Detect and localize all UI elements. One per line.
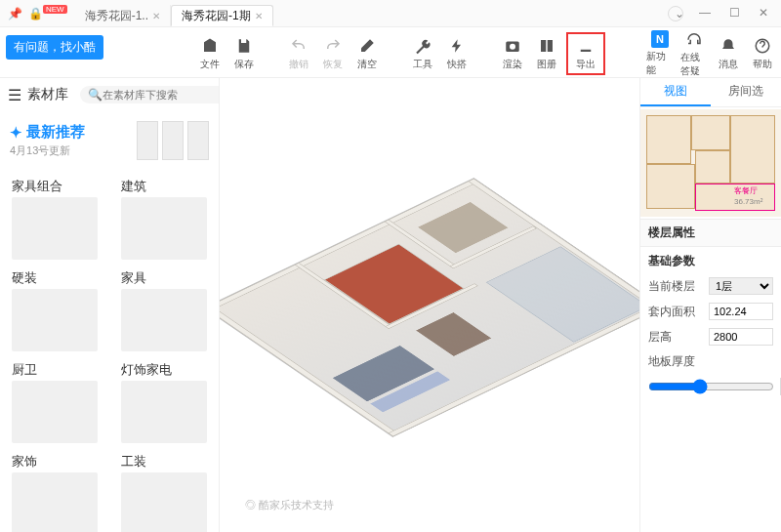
message-label: 消息 — [719, 58, 738, 71]
new-badge: NEW — [43, 5, 67, 14]
tab-room-select[interactable]: 房间选 — [711, 78, 781, 106]
close-button[interactable]: ✕ — [756, 6, 771, 21]
tab-label: 海秀花园-1.. — [85, 8, 148, 24]
category-deco[interactable]: 家饰 — [0, 445, 109, 532]
tab-inactive[interactable]: 海秀花园-1.. ✕ — [75, 5, 171, 26]
file-label: 文件 — [200, 58, 220, 71]
pin-icon[interactable]: 📌 — [8, 7, 22, 20]
book-icon — [537, 36, 556, 56]
lightning-icon — [447, 36, 467, 56]
category-thumb — [121, 472, 207, 532]
help-bubble[interactable]: 有问题，找小酷 — [6, 35, 103, 60]
category-thumb — [121, 381, 207, 443]
select-current-floor[interactable]: 1层 — [709, 277, 773, 295]
category-hex[interactable]: 硬装 — [0, 262, 109, 353]
label-area: 套内面积 — [648, 304, 703, 320]
clear-button[interactable]: 清空 — [353, 36, 382, 71]
export-label: 导出 — [576, 58, 596, 71]
album-button[interactable]: 图册 — [532, 36, 560, 71]
promo-banner[interactable]: ✦最新推荐 4月13号更新 — [0, 111, 219, 170]
export-button[interactable]: 导出 — [569, 36, 602, 71]
promo-subtitle: 4月13号更新 — [10, 143, 85, 158]
label-current-floor: 当前楼层 — [648, 278, 703, 295]
section-floor-props: 楼层属性 — [640, 219, 781, 247]
category-office[interactable]: 工装 — [109, 445, 219, 532]
quick-label: 快搭 — [447, 58, 467, 71]
minimap-room-area: 36.73m² — [734, 197, 762, 206]
bell-icon — [719, 36, 738, 56]
search-icon: 🔍 — [88, 88, 103, 102]
file-button[interactable]: 文件 — [195, 36, 224, 71]
sidebar-title: 素材库 — [27, 86, 68, 103]
wrench-icon — [413, 36, 432, 56]
new-badge-icon: N — [651, 30, 669, 48]
category-label: 家具组合 — [12, 178, 100, 195]
tools-button[interactable]: 工具 — [408, 36, 436, 71]
redo-label: 恢复 — [323, 58, 343, 71]
category-label: 硬装 — [12, 269, 100, 287]
properties-panel: 视图 房间选 客餐厅 36.73m² 楼层属性 基础参数 当前楼层 1层 套内面… — [639, 78, 781, 532]
category-label: 家具 — [121, 269, 209, 287]
album-label: 图册 — [537, 58, 556, 71]
close-icon[interactable]: ✕ — [255, 11, 263, 21]
message-button[interactable]: 消息 — [715, 36, 743, 71]
promo-thumbs — [137, 121, 209, 160]
category-label: 工装 — [121, 453, 209, 471]
label-height: 层高 — [648, 329, 703, 346]
sparkle-icon: ✦ — [10, 124, 22, 142]
undo-button[interactable]: 撤销 — [285, 36, 313, 71]
export-highlight: 导出 — [566, 32, 605, 75]
category-sofa[interactable]: 家具组合 — [0, 170, 109, 262]
save-button[interactable]: 保存 — [229, 36, 258, 71]
material-sidebar: ☰ 素材库 🔍 📷 ✦最新推荐 4月13号更新 家具组合建筑硬装家具厨卫灯饰家电… — [0, 78, 220, 532]
category-lamp[interactable]: 灯饰家电 — [109, 353, 219, 445]
slider-floor-thickness[interactable] — [648, 379, 774, 394]
tab-view[interactable]: 视图 — [640, 78, 711, 106]
maximize-button[interactable]: ☐ — [726, 6, 742, 21]
search-input[interactable] — [103, 89, 220, 101]
category-thumb — [121, 197, 207, 260]
main-toolbar: 文件 保存 撤销 恢复 清空 工具 快搭 渲染 图册 导出 — [0, 29, 781, 78]
search-box[interactable]: 🔍 — [80, 86, 220, 103]
whatsnew-button[interactable]: N 新功能 — [646, 30, 675, 77]
dropdown-icon[interactable]: ⌄ — [668, 6, 683, 21]
category-chair[interactable]: 家具 — [109, 262, 219, 353]
category-thumb — [121, 289, 207, 351]
redo-icon — [323, 36, 343, 56]
headset-icon — [684, 29, 704, 49]
help-label: 帮助 — [753, 58, 772, 71]
quickbuild-button[interactable]: 快搭 — [443, 36, 472, 71]
input-height[interactable] — [709, 328, 773, 346]
minimap[interactable]: 客餐厅 36.73m² — [640, 109, 781, 217]
menu-icon[interactable]: ☰ — [8, 86, 21, 104]
lock-icon[interactable]: 🔒NEW — [28, 7, 67, 20]
support-button[interactable]: 在线答疑 — [680, 29, 709, 78]
input-area[interactable] — [709, 303, 773, 320]
minimap-room-label: 客餐厅 — [734, 185, 758, 196]
undo-icon — [289, 36, 308, 56]
label-floor-thickness: 地板厚度 — [648, 353, 703, 370]
category-thumb — [12, 197, 98, 260]
file-icon — [200, 36, 220, 56]
document-tabs: 海秀花园-1.. ✕ 海秀花园-1期 ✕ — [75, 0, 273, 26]
save-label: 保存 — [234, 58, 254, 71]
tools-label: 工具 — [413, 58, 432, 71]
category-faucet[interactable]: 厨卫 — [0, 353, 109, 445]
export-icon — [576, 36, 596, 56]
render-button[interactable]: 渲染 — [498, 36, 526, 71]
clear-label: 清空 — [357, 58, 377, 71]
3d-canvas[interactable]: ◎ 酷家乐技术支持 — [220, 78, 639, 532]
redo-button[interactable]: 恢复 — [319, 36, 348, 71]
minimize-button[interactable]: — — [697, 6, 713, 21]
category-stairs[interactable]: 建筑 — [109, 170, 219, 262]
promo-title: 最新推荐 — [26, 123, 85, 142]
camera-icon — [503, 36, 522, 56]
support-label: 在线答疑 — [680, 51, 709, 78]
render-label: 渲染 — [503, 58, 522, 71]
title-bar: 📌 🔒NEW 海秀花园-1.. ✕ 海秀花园-1期 ✕ ⌄ — ☐ ✕ — [0, 0, 781, 27]
close-icon[interactable]: ✕ — [152, 11, 160, 21]
tab-active[interactable]: 海秀花园-1期 ✕ — [171, 5, 273, 26]
category-thumb — [12, 472, 98, 532]
help-button[interactable]: 帮助 — [749, 36, 777, 71]
category-thumb — [12, 381, 98, 443]
